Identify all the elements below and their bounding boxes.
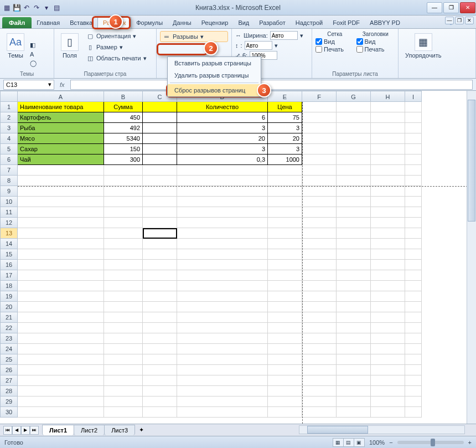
insert-page-break-item[interactable]: Вставить разрыв страницы (168, 57, 261, 69)
cell-E6[interactable]: 1000 (268, 155, 302, 165)
cell-G1[interactable] (337, 102, 371, 112)
row-header-11[interactable]: 11 (0, 207, 18, 218)
cell-H1[interactable] (371, 102, 405, 112)
cell-G6[interactable] (337, 155, 371, 165)
qat-extra-icon[interactable]: ▤ (52, 3, 61, 12)
tab-review[interactable]: Рецензир (196, 17, 234, 28)
cell-B28[interactable] (104, 386, 143, 396)
cell-E21[interactable] (268, 312, 302, 323)
cell-A4[interactable]: Мясо (18, 133, 104, 144)
view-break-icon[interactable]: ▣ (354, 438, 365, 447)
cell-D18[interactable] (177, 281, 268, 291)
cell-H11[interactable] (371, 207, 405, 218)
cell-B26[interactable] (104, 365, 143, 375)
cell-E11[interactable] (268, 207, 302, 218)
cell-C17[interactable] (143, 270, 177, 281)
row-header-1[interactable]: 1 (0, 102, 18, 112)
cell-D8[interactable] (177, 176, 268, 186)
cell-F5[interactable] (302, 144, 337, 155)
cell-A8[interactable] (18, 176, 104, 186)
zoom-slider[interactable] (397, 441, 464, 444)
row-header-14[interactable]: 14 (0, 239, 18, 249)
cell-C5[interactable] (143, 144, 177, 155)
cell-D22[interactable] (177, 323, 268, 333)
cell-F24[interactable] (302, 344, 337, 354)
cell-B25[interactable] (104, 354, 143, 365)
cell-E2[interactable]: 75 (268, 112, 302, 123)
cell-D23[interactable] (177, 333, 268, 344)
cell-H6[interactable] (371, 155, 405, 165)
cell-H26[interactable] (371, 365, 405, 375)
cell-D21[interactable] (177, 312, 268, 323)
cell-G21[interactable] (337, 312, 371, 323)
cell-E23[interactable] (268, 333, 302, 344)
cell-I18[interactable] (405, 281, 422, 291)
cell-D9[interactable] (177, 186, 268, 197)
cell-F14[interactable] (302, 239, 337, 249)
cell-C30[interactable] (143, 407, 177, 418)
row-header-15[interactable]: 15 (0, 249, 18, 260)
cell-G23[interactable] (337, 333, 371, 344)
row-header-20[interactable]: 20 (0, 302, 18, 312)
cell-F10[interactable] (302, 197, 337, 207)
arrange-button[interactable]: ▦ Упорядочить (402, 31, 444, 77)
row-header-2[interactable]: 2 (0, 112, 18, 123)
width-input[interactable] (270, 31, 298, 40)
tab-addins[interactable]: Надстрой (291, 17, 328, 28)
cell-B15[interactable] (104, 249, 143, 260)
cell-D11[interactable] (177, 207, 268, 218)
formula-input[interactable] (70, 80, 473, 90)
cell-I9[interactable] (405, 186, 422, 197)
cell-C14[interactable] (143, 239, 177, 249)
select-all-corner[interactable] (0, 91, 18, 102)
cell-I19[interactable] (405, 291, 422, 302)
tab-formulas[interactable]: Формулы (131, 17, 168, 28)
cell-E25[interactable] (268, 354, 302, 365)
cell-B18[interactable] (104, 281, 143, 291)
cell-A22[interactable] (18, 323, 104, 333)
cell-H14[interactable] (371, 239, 405, 249)
cell-C20[interactable] (143, 302, 177, 312)
cell-E20[interactable] (268, 302, 302, 312)
tab-nav-prev-icon[interactable]: ◀ (12, 426, 21, 435)
cell-F27[interactable] (302, 375, 337, 386)
cell-F6[interactable] (302, 155, 337, 165)
save-icon[interactable]: 💾 (12, 3, 21, 12)
cell-E14[interactable] (268, 239, 302, 249)
cell-B27[interactable] (104, 375, 143, 386)
headings-print-checkbox[interactable]: Печать (356, 46, 395, 53)
cell-C3[interactable] (143, 123, 177, 133)
cell-H12[interactable] (371, 218, 405, 228)
cell-I21[interactable] (405, 312, 422, 323)
cell-I4[interactable] (405, 133, 422, 144)
cell-H22[interactable] (371, 323, 405, 333)
spreadsheet-area[interactable]: A B C D E F G H I 1Наименование товараСу… (0, 91, 476, 424)
cell-F2[interactable] (302, 112, 337, 123)
cell-G27[interactable] (337, 375, 371, 386)
cell-G18[interactable] (337, 281, 371, 291)
cell-D3[interactable]: 3 (177, 123, 268, 133)
row-header-28[interactable]: 28 (0, 386, 18, 396)
vertical-scrollbar[interactable] (467, 91, 476, 424)
cell-F20[interactable] (302, 302, 337, 312)
row-header-26[interactable]: 26 (0, 365, 18, 375)
cell-E8[interactable] (268, 176, 302, 186)
cell-H9[interactable] (371, 186, 405, 197)
cell-A25[interactable] (18, 354, 104, 365)
cell-C10[interactable] (143, 197, 177, 207)
cell-D1[interactable]: Количество (177, 102, 268, 112)
cell-D4[interactable]: 20 (177, 133, 268, 144)
cell-F15[interactable] (302, 249, 337, 260)
cell-H16[interactable] (371, 260, 405, 270)
cell-F12[interactable] (302, 218, 337, 228)
cell-I20[interactable] (405, 302, 422, 312)
cell-A20[interactable] (18, 302, 104, 312)
cell-G12[interactable] (337, 218, 371, 228)
cell-H23[interactable] (371, 333, 405, 344)
row-header-22[interactable]: 22 (0, 323, 18, 333)
themes-button[interactable]: Aa Темы (3, 31, 28, 77)
cell-D2[interactable]: 6 (177, 112, 268, 123)
row-header-27[interactable]: 27 (0, 375, 18, 386)
cell-D10[interactable] (177, 197, 268, 207)
cell-C16[interactable] (143, 260, 177, 270)
